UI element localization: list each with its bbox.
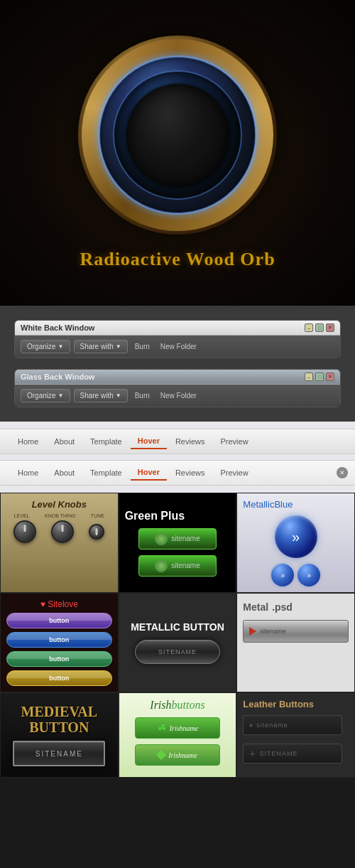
nav-about-2[interactable]: About [47, 466, 82, 480]
white-window: White Back Window – □ ✕ Organize ▼ Share… [14, 320, 341, 358]
sitelove-btn-green[interactable]: button [6, 651, 112, 667]
green-btn-2[interactable]: sitename [138, 555, 217, 577]
close-btn[interactable]: ✕ [326, 323, 334, 332]
metallic-blue-title: MetallicBlue [243, 499, 293, 510]
glass-organize-btn[interactable]: Organize ▼ [21, 389, 70, 402]
irish-title: Irishbuttons [150, 699, 204, 712]
leather-title: Leather Buttons [243, 699, 349, 709]
blue-orb-sm-1[interactable]: » [271, 564, 294, 586]
leather-plus-icon: + [249, 748, 256, 759]
organize-btn[interactable]: Organize ▼ [21, 340, 70, 353]
dropdown-arrow: ▼ [58, 343, 64, 350]
knobs-labels: LEVEL KNOB THING TUNE [6, 513, 112, 518]
nav-reviews-2[interactable]: Reviews [168, 466, 212, 480]
metallic-btn-widget[interactable]: SITENAME [135, 640, 220, 664]
green-btn-icon-1 [155, 532, 168, 545]
share-btn[interactable]: Share with ▼ [74, 340, 128, 353]
glass-window-title: Glass Back Window [21, 373, 94, 381]
glass-dropdown-arrow: ▼ [58, 392, 64, 399]
metallic-blue-cell: MetallicBlue » » » [236, 493, 355, 593]
leather-btn-1[interactable]: sitename [243, 715, 342, 735]
sitelove-title: ♥ Sitelove [6, 599, 112, 609]
nav-template-1[interactable]: Template [83, 434, 129, 449]
sitelove-btn-blue[interactable]: button [6, 632, 112, 648]
blue-orbs-row: » » [271, 564, 320, 586]
medieval-btn[interactable]: SITENAME [13, 741, 105, 766]
nav-preview-2[interactable]: Preview [214, 466, 256, 480]
nav-preview-1[interactable]: Preview [214, 434, 256, 449]
nav-about-1[interactable]: About [47, 434, 82, 449]
nav-hover-1[interactable]: Hover [131, 434, 167, 449]
play-icon [249, 627, 256, 636]
knob-label-knob: KNOB THING [45, 513, 75, 518]
irish-btn-2[interactable]: Irishname [135, 744, 220, 766]
blue-orb-large[interactable]: » [275, 515, 317, 558]
orb-center [126, 84, 229, 187]
glass-burn-label: Burn [131, 390, 153, 402]
blue-orb-sm-2[interactable]: » [297, 564, 320, 586]
sitelove-cell: ♥ Sitelove button button button button [0, 593, 119, 692]
shamrock-icon: ☘ [157, 722, 166, 734]
knobs-cell: Level Knobs LEVEL KNOB THING TUNE [0, 493, 119, 593]
glass-toolbar: Organize ▼ Share with ▼ Burn New Folder [15, 385, 340, 407]
windows-section: White Back Window – □ ✕ Organize ▼ Share… [0, 306, 355, 422]
grid-section: Level Knobs LEVEL KNOB THING TUNE Green … [0, 493, 355, 778]
heart-icon: ♥ [40, 599, 45, 609]
glass-maximize-btn[interactable]: □ [315, 373, 324, 381]
orb-ring1 [99, 57, 256, 213]
metal-psd-cell: Metal .psd sitename [236, 593, 355, 692]
medieval-cell: MEDIEVAL BUTTON SITENAME [0, 692, 119, 778]
nav-bar-1: Home About Template Hover Reviews Previe… [0, 429, 355, 454]
white-titlebar: White Back Window – □ ✕ [15, 321, 340, 336]
glass-win-controls: – □ ✕ [305, 373, 334, 381]
minimize-btn[interactable]: – [305, 323, 313, 332]
glass-share-btn[interactable]: Share with ▼ [74, 389, 128, 402]
metal-psd-btn[interactable]: sitename [243, 620, 349, 643]
dropdown-arrow2: ▼ [116, 343, 121, 350]
knob-label-level: LEVEL [14, 513, 30, 518]
knob-level[interactable] [13, 520, 36, 543]
leather-dot-1 [249, 724, 253, 727]
leather-cell: Leather Buttons sitename + SITENAME [236, 692, 355, 778]
knob-label-tune: TUNE [91, 513, 104, 518]
green-plus-title: Green Plus [125, 510, 185, 523]
orb-title: Radioactive Wood Orb [80, 249, 275, 270]
green-btn-icon-2 [155, 559, 168, 572]
orb-section: Radioactive Wood Orb [0, 0, 355, 306]
glass-minimize-btn[interactable]: – [305, 373, 313, 381]
irish-btn-1[interactable]: ☘ Irishname [135, 717, 220, 739]
nav-home-2[interactable]: Home [11, 466, 45, 480]
white-win-controls: – □ ✕ [305, 323, 334, 332]
glass-new-folder-label: New Folder [157, 390, 200, 402]
glass-close-btn[interactable]: ✕ [326, 373, 334, 381]
nav-section: Home About Template Hover Reviews Previe… [0, 422, 355, 493]
nav-template-2[interactable]: Template [83, 466, 129, 480]
sitelove-btn-purple[interactable]: button [6, 613, 112, 628]
nav-reviews-1[interactable]: Reviews [168, 434, 212, 449]
leather-btn-2[interactable]: + SITENAME [243, 744, 342, 763]
nav-close-icon[interactable]: ✕ [337, 467, 348, 478]
glass-titlebar: Glass Back Window – □ ✕ [15, 370, 340, 385]
green-btn-1[interactable]: sitename [138, 528, 217, 550]
orb-outer [78, 36, 277, 235]
knob-thing[interactable] [51, 520, 74, 543]
diamond-icon [156, 750, 166, 760]
medieval-title: MEDIEVAL BUTTON [21, 704, 97, 735]
maximize-btn[interactable]: □ [315, 323, 324, 332]
burn-label: Burn [131, 341, 153, 353]
white-toolbar: Organize ▼ Share with ▼ Burn New Folder [15, 336, 340, 358]
orb-ring2 [114, 71, 241, 199]
new-folder-label: New Folder [157, 341, 200, 353]
knobs-title: Level Knobs [6, 499, 112, 510]
knob-tune[interactable] [89, 524, 104, 540]
green-plus-cell: Green Plus sitename sitename [119, 493, 237, 593]
glass-window: Glass Back Window – □ ✕ Organize ▼ Share… [14, 369, 341, 407]
nav-hover-2[interactable]: Hover [131, 465, 167, 481]
nav-bar-2: Home About Template Hover Reviews Previe… [0, 460, 355, 486]
metal-psd-title: Metal .psd [243, 599, 349, 614]
sitelove-btn-yellow[interactable]: button [6, 670, 112, 686]
glass-dropdown-arrow2: ▼ [116, 392, 121, 399]
metallic-button-cell: METALLIC BUTTON SITENAME [119, 593, 237, 692]
metallic-btn-title: METALLIC BUTTON [131, 621, 224, 633]
nav-home-1[interactable]: Home [11, 434, 45, 449]
